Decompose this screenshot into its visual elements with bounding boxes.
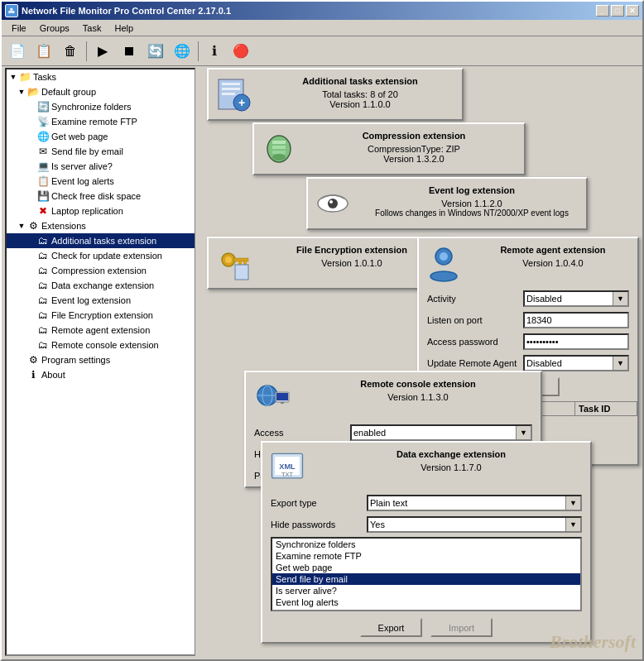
update-remote-dropdown-arrow[interactable]: ▼ — [613, 357, 627, 370]
ftp-icon: 📡 — [36, 115, 50, 128]
listbox-item-2[interactable]: Get web page — [272, 562, 580, 573]
task-sync-label: Synchronize folders — [51, 102, 132, 112]
remote-agent-activity-row: Activity Disabled ▼ — [419, 288, 637, 309]
file-encryption-content: File Encryption extension Version 1.0.1.… — [209, 238, 445, 288]
tree-ext-file-enc[interactable]: 🗂 File Encryption extension — [7, 308, 195, 323]
data-exchange-buttons: Export Import — [262, 613, 590, 642]
toolbar-web[interactable]: 🌐 — [170, 40, 195, 63]
main-window: 🖧 Network File Monitor Pro Control Cente… — [0, 0, 644, 661]
update-remote-select[interactable]: Disabled ▼ — [523, 355, 629, 371]
export-type-dropdown-arrow[interactable]: ▼ — [565, 496, 580, 510]
access-dropdown-arrow[interactable]: ▼ — [516, 426, 531, 439]
tree-task-ftp[interactable]: 📡 Examine remote FTP — [7, 114, 195, 129]
minimize-button[interactable]: _ — [596, 5, 609, 17]
about-icon: ℹ — [26, 368, 40, 381]
hide-passwords-dropdown-arrow[interactable]: ▼ — [565, 518, 580, 531]
tree-extensions-root[interactable]: ▼ ⚙ Extensions — [7, 218, 195, 233]
toolbar-stop[interactable]: ⏹ — [117, 40, 142, 63]
menu-task[interactable]: Task — [76, 22, 108, 35]
tree-program-settings[interactable]: ⚙ Program settings — [7, 352, 195, 367]
tree-ext-additional[interactable]: 🗂 Additional tasks extension — [7, 233, 195, 248]
event-log-desc: Follows changes in Windows NT/2000/XP ev… — [361, 208, 583, 218]
activity-select[interactable]: Disabled ▼ — [523, 290, 629, 307]
hide-passwords-select[interactable]: Yes ▼ — [367, 516, 582, 533]
tree-task-server[interactable]: 💻 Is server alive? — [7, 159, 195, 174]
tree-default-group[interactable]: ▼ 📂 Default group — [7, 84, 195, 99]
listbox-item-5[interactable]: Event log alerts — [272, 596, 580, 608]
listbox-item-4[interactable]: Is server alive? — [272, 585, 580, 596]
listbox-item-0[interactable]: Synchronize folders — [272, 539, 580, 550]
extensions-label: Extensions — [41, 221, 86, 231]
tree-ext-remote-agent[interactable]: 🗂 Remote agent extension — [7, 323, 195, 338]
expand-about — [17, 370, 26, 380]
task-listbox[interactable]: Synchronize folders Examine remote FTP G… — [271, 537, 582, 611]
access-password-input[interactable] — [523, 333, 629, 350]
import-button[interactable]: Import — [430, 618, 493, 637]
access-select[interactable]: enabled ▼ — [350, 424, 532, 441]
panel-file-encryption: File Encryption extension Version 1.0.1.… — [207, 237, 447, 290]
export-type-select[interactable]: Plain text ▼ — [367, 495, 582, 511]
tree-task-email[interactable]: ✉ Send file by email — [7, 144, 195, 159]
compression-text: Compression extension CompressionType: Z… — [304, 124, 524, 167]
toolbar-start[interactable]: ▶ — [90, 40, 115, 63]
task-ftp-label: Examine remote FTP — [51, 117, 137, 127]
toolbar-info[interactable]: ℹ — [202, 40, 227, 63]
tree-task-web[interactable]: 🌐 Get web page — [7, 129, 195, 144]
svg-rect-2 — [222, 88, 240, 90]
toolbar-refresh[interactable]: 🔄 — [143, 40, 168, 63]
toolbar-copy[interactable]: 📋 — [31, 40, 56, 63]
extensions-icon: ⚙ — [26, 219, 40, 232]
tree-ext-event-log[interactable]: 🗂 Event log extension — [7, 293, 195, 308]
listen-port-input[interactable] — [523, 312, 629, 328]
export-button[interactable]: Export — [360, 618, 422, 637]
listbox-item-6[interactable]: Check free disk space — [272, 608, 580, 611]
hide-passwords-value: Yes — [368, 518, 565, 531]
toolbar-delete[interactable]: 🗑 — [58, 40, 83, 63]
window-title: Network File Monitor Pro Control Center … — [22, 6, 596, 16]
expand-tasks[interactable]: ▼ — [8, 72, 18, 82]
toolbar-stop2[interactable]: 🔴 — [228, 40, 253, 63]
file-encryption-icon — [214, 243, 253, 283]
listbox-item-1[interactable]: Examine remote FTP — [272, 550, 580, 562]
ext-compression-icon: 🗂 — [36, 264, 50, 277]
svg-rect-27 — [276, 393, 288, 400]
menu-help[interactable]: Help — [108, 22, 140, 35]
event-log-title: Event log extension — [361, 182, 583, 199]
update-remote-value: Disabled — [525, 357, 613, 370]
tree-task-laptop[interactable]: ✖ Laptop replication — [7, 204, 195, 218]
activity-dropdown-arrow[interactable]: ▼ — [613, 292, 627, 305]
expand-extensions[interactable]: ▼ — [17, 221, 26, 231]
tree-task-sync[interactable]: 🔄 Synchronize folders — [7, 99, 195, 114]
tree-ext-update[interactable]: 🗂 Check for update extension — [7, 248, 195, 263]
remote-agent-title: Remote agent extension — [472, 242, 634, 258]
compression-version: Version 1.3.2.0 — [307, 154, 521, 164]
activity-label: Activity — [427, 294, 518, 304]
panel-additional-tasks: + Additional tasks extension Total tasks… — [207, 68, 464, 121]
expand-default-group[interactable]: ▼ — [17, 87, 26, 97]
compression-type: CompressionType: ZIP — [307, 144, 521, 154]
remote-agent-port-row: Listen on port — [419, 309, 637, 331]
tree-task-event[interactable]: 📋 Event log alerts — [7, 174, 195, 189]
compression-content: Compression extension CompressionType: Z… — [254, 124, 524, 174]
file-encryption-version: Version 1.0.1.0 — [262, 258, 442, 268]
close-button[interactable]: ✕ — [626, 5, 639, 17]
tree-ext-data-exchange[interactable]: 🗂 Data exchange extension — [7, 278, 195, 293]
tree-tasks-root[interactable]: ▼ 📁 Tasks — [7, 69, 195, 84]
toolbar-new[interactable]: 📄 — [5, 40, 30, 63]
tree-ext-compression[interactable]: 🗂 Compression extension — [7, 263, 195, 278]
tree-about[interactable]: ℹ About — [7, 367, 195, 382]
task-laptop-label: Laptop replication — [51, 206, 123, 216]
data-exchange-content: XML TXT Data exchange extension Version … — [262, 443, 590, 492]
menu-groups[interactable]: Groups — [33, 22, 76, 35]
event-log-icon — [313, 184, 353, 223]
remote-agent-version: Version 1.0.4.0 — [472, 258, 634, 268]
remote-console-version: Version 1.1.3.0 — [299, 392, 537, 402]
task-row-1-id — [575, 416, 637, 429]
expand-ext-remote-console — [26, 340, 36, 350]
listbox-item-3[interactable]: Send file by email — [272, 573, 580, 585]
tree-task-disk[interactable]: 💾 Check free disk space — [7, 189, 195, 204]
task-web-label: Get web page — [51, 132, 108, 141]
maximize-button[interactable]: □ — [611, 5, 624, 17]
tree-ext-remote-console[interactable]: 🗂 Remote console extension — [7, 338, 195, 352]
menu-file[interactable]: File — [5, 22, 33, 35]
